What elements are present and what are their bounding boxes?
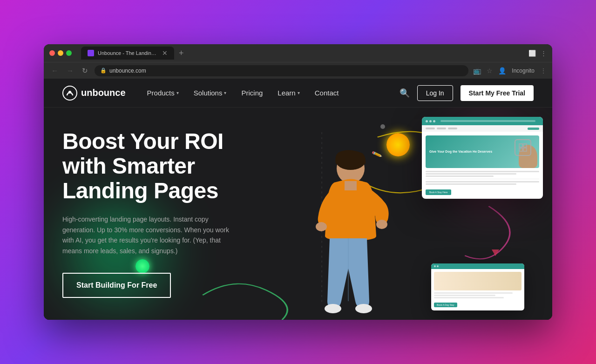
unbounce-logo-icon xyxy=(62,86,77,101)
minimize-button[interactable] xyxy=(58,50,63,56)
pricing-label: Pricing xyxy=(241,89,263,97)
browser-menu-icon[interactable]: ⋮ xyxy=(540,67,547,74)
svg-rect-12 xyxy=(523,144,527,147)
solutions-nav-item[interactable]: Solutions ▾ xyxy=(187,85,233,101)
mockup-dot-3 xyxy=(433,120,435,122)
text-line xyxy=(426,183,516,185)
tab-title: Unbounce - The Landing Page... xyxy=(98,50,156,56)
mockup-nav xyxy=(422,125,543,132)
svg-point-7 xyxy=(376,220,387,229)
hero-left: Boost Your ROI with Smarter Landing Page… xyxy=(44,108,288,320)
svg-point-9 xyxy=(355,304,372,313)
mockup-text-block-2 xyxy=(426,181,539,185)
svg-rect-13 xyxy=(519,148,522,151)
cast-icon[interactable]: 📺 xyxy=(473,67,481,74)
hero-title: Boost Your ROI with Smarter Landing Page… xyxy=(62,129,269,203)
mockup2-image xyxy=(434,272,522,290)
svg-point-1 xyxy=(68,91,71,94)
person-svg xyxy=(292,143,409,320)
text-line xyxy=(434,292,513,294)
window-controls: ⬜ ⋮ xyxy=(528,50,547,57)
url-text: unbounce.com xyxy=(109,67,146,74)
tab-favicon xyxy=(88,50,94,56)
mockup2-body: Book A Dog Stay xyxy=(431,269,524,310)
incognito-label: Incognito xyxy=(512,67,535,74)
hero-subtitle: High-converting landing page layouts. In… xyxy=(62,214,230,256)
text-line xyxy=(426,173,516,175)
solutions-chevron-icon: ▾ xyxy=(224,90,226,95)
back-button[interactable]: ← xyxy=(49,66,60,75)
fullscreen-button[interactable] xyxy=(66,50,72,56)
site-nav: unbounce Products ▾ Solutions ▾ Pricing … xyxy=(44,79,552,108)
products-chevron-icon: ▾ xyxy=(176,90,179,95)
pricing-nav-item[interactable]: Pricing xyxy=(235,85,269,101)
landing-page-mockup-1: Give Your Dog the Vacation He Deserves xyxy=(422,117,543,199)
new-tab-button[interactable]: + xyxy=(176,48,187,58)
mockup-nav-item xyxy=(426,128,435,129)
hero-person-image xyxy=(292,143,409,320)
mockup-nav-item xyxy=(437,128,446,129)
text-line xyxy=(434,297,504,298)
lock-icon: 🔒 xyxy=(100,67,107,74)
learn-label: Learn xyxy=(278,89,295,97)
mockup-dot-1 xyxy=(426,120,428,122)
dot-decoration xyxy=(380,124,385,129)
products-nav-item[interactable]: Products ▾ xyxy=(141,85,185,101)
logo-text: unbounce xyxy=(81,88,126,98)
triangle-decoration xyxy=(492,249,499,256)
browser-window: Unbounce - The Landing Page... ✕ + ⬜ ⋮ ←… xyxy=(44,44,552,320)
text-line xyxy=(426,175,494,177)
more-options-icon[interactable]: ⋮ xyxy=(541,50,547,57)
mockup2-cta: Book A Dog Stay xyxy=(434,303,457,307)
learn-chevron-icon: ▾ xyxy=(298,90,300,95)
svg-point-8 xyxy=(325,304,341,313)
site-content: unbounce Products ▾ Solutions ▾ Pricing … xyxy=(44,79,552,320)
floating-icon-1 xyxy=(515,139,531,156)
landing-page-mockup-2: Book A Dog Stay xyxy=(431,263,524,310)
title-bar: Unbounce - The Landing Page... ✕ + ⬜ ⋮ xyxy=(44,44,552,62)
sidebar-toggle-icon[interactable]: ⬜ xyxy=(528,50,536,57)
login-button[interactable]: Log In xyxy=(417,85,453,101)
refresh-button[interactable]: ↻ xyxy=(80,66,90,76)
svg-point-6 xyxy=(316,222,327,231)
learn-nav-item[interactable]: Learn ▾ xyxy=(271,85,306,101)
url-bar[interactable]: 🔒 unbounce.com xyxy=(95,65,468,76)
mockup-dot-2 xyxy=(429,120,432,122)
solutions-label: Solutions xyxy=(194,89,223,97)
hero-section: Boost Your ROI with Smarter Landing Page… xyxy=(44,108,552,320)
contact-nav-item[interactable]: Contact xyxy=(308,85,345,101)
active-tab[interactable]: Unbounce - The Landing Page... ✕ xyxy=(81,47,174,60)
address-bar: ← → ↻ 🔒 unbounce.com 📺 ☆ 👤 Incognito ⋮ xyxy=(44,62,552,79)
profile-icon[interactable]: 👤 xyxy=(498,67,506,74)
search-icon[interactable]: 🔍 xyxy=(400,88,410,98)
forward-button[interactable]: → xyxy=(65,66,75,75)
text-line xyxy=(434,295,495,296)
mockup-header xyxy=(422,117,543,125)
nav-links: Products ▾ Solutions ▾ Pricing Learn ▾ C… xyxy=(141,85,400,101)
products-label: Products xyxy=(147,89,175,97)
mockup-nav-item xyxy=(448,128,457,129)
start-building-button[interactable]: Start Building For Free xyxy=(62,273,171,298)
svg-rect-11 xyxy=(519,144,522,147)
text-line xyxy=(426,181,539,182)
hero-right: Give Your Dog the Vacation He Deserves xyxy=(288,108,552,320)
start-trial-button[interactable]: Start My Free Trial xyxy=(461,85,534,101)
nav-actions: 🔍 Log In Start My Free Trial xyxy=(400,85,534,101)
mockup-hero-text: Give Your Dog the Vacation He Deserves xyxy=(429,149,492,154)
tab-close-button[interactable]: ✕ xyxy=(162,49,168,57)
svg-rect-5 xyxy=(345,181,357,190)
mockup-cta: Book A Stay Here xyxy=(426,189,451,195)
close-button[interactable] xyxy=(49,50,55,56)
text-line xyxy=(426,171,539,172)
tab-area: Unbounce - The Landing Page... ✕ + xyxy=(81,47,525,60)
contact-label: Contact xyxy=(315,89,339,97)
logo-area: unbounce xyxy=(62,86,126,101)
bookmark-icon[interactable]: ☆ xyxy=(487,67,493,74)
traffic-lights xyxy=(49,50,72,56)
address-bar-actions: 📺 ☆ 👤 Incognito ⋮ xyxy=(473,67,547,74)
svg-rect-14 xyxy=(523,148,527,151)
mockup-text-block-1 xyxy=(426,171,539,177)
